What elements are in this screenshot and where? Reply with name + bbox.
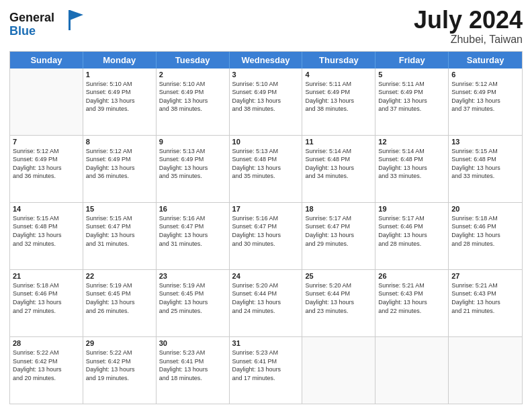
- calendar-row-4: 28Sunrise: 5:22 AMSunset: 6:42 PMDayligh…: [10, 336, 522, 404]
- day-number: 3: [232, 71, 300, 79]
- day-number: 7: [13, 138, 80, 146]
- day-info: Sunrise: 5:19 AMSunset: 6:45 PMDaylight:…: [159, 281, 226, 315]
- day-info: Sunrise: 5:23 AMSunset: 6:41 PMDaylight:…: [232, 349, 300, 382]
- calendar-body: 1Sunrise: 5:10 AMSunset: 6:49 PMDaylight…: [10, 68, 522, 404]
- day-info: Sunrise: 5:13 AMSunset: 6:49 PMDaylight:…: [159, 147, 226, 181]
- calendar: SundayMondayTuesdayWednesdayThursdayFrid…: [9, 51, 523, 404]
- day-info: Sunrise: 5:12 AMSunset: 6:49 PMDaylight:…: [86, 147, 153, 181]
- day-number: 9: [159, 138, 226, 146]
- calendar-cell: 22Sunrise: 5:19 AMSunset: 6:45 PMDayligh…: [83, 270, 157, 336]
- calendar-cell: 31Sunrise: 5:23 AMSunset: 6:41 PMDayligh…: [230, 337, 303, 404]
- calendar-cell: 8Sunrise: 5:12 AMSunset: 6:49 PMDaylight…: [83, 136, 157, 202]
- day-number: 12: [378, 138, 445, 146]
- calendar-cell: 2Sunrise: 5:10 AMSunset: 6:49 PMDaylight…: [157, 68, 230, 135]
- calendar-cell: 26Sunrise: 5:21 AMSunset: 6:43 PMDayligh…: [375, 270, 449, 336]
- calendar-cell: 21Sunrise: 5:18 AMSunset: 6:46 PMDayligh…: [10, 270, 83, 336]
- day-number: 10: [232, 138, 300, 146]
- calendar-cell: 6Sunrise: 5:12 AMSunset: 6:49 PMDaylight…: [449, 68, 522, 135]
- calendar-cell: 19Sunrise: 5:17 AMSunset: 6:46 PMDayligh…: [375, 203, 449, 269]
- logo: General Blue: [9, 7, 83, 43]
- calendar-row-1: 7Sunrise: 5:12 AMSunset: 6:49 PMDaylight…: [10, 135, 522, 202]
- calendar-cell: 25Sunrise: 5:20 AMSunset: 6:44 PMDayligh…: [302, 270, 375, 336]
- day-number: 22: [86, 272, 153, 280]
- calendar-header: SundayMondayTuesdayWednesdayThursdayFrid…: [10, 52, 522, 68]
- calendar-cell: 18Sunrise: 5:17 AMSunset: 6:47 PMDayligh…: [302, 203, 375, 269]
- header-day-monday: Monday: [83, 52, 157, 68]
- header-day-saturday: Saturday: [449, 52, 522, 68]
- day-number: 4: [305, 71, 372, 79]
- day-info: Sunrise: 5:11 AMSunset: 6:49 PMDaylight:…: [305, 80, 372, 113]
- location-title: Zhubei, Taiwan: [414, 34, 523, 46]
- day-number: 26: [378, 272, 445, 280]
- day-info: Sunrise: 5:14 AMSunset: 6:48 PMDaylight:…: [305, 147, 372, 181]
- svg-text:Blue: Blue: [9, 24, 36, 38]
- day-info: Sunrise: 5:10 AMSunset: 6:49 PMDaylight:…: [159, 80, 226, 113]
- day-info: Sunrise: 5:15 AMSunset: 6:48 PMDaylight:…: [13, 214, 80, 248]
- day-number: 27: [451, 272, 519, 280]
- day-info: Sunrise: 5:15 AMSunset: 6:47 PMDaylight:…: [86, 214, 153, 248]
- calendar-row-0: 1Sunrise: 5:10 AMSunset: 6:49 PMDaylight…: [10, 68, 522, 135]
- calendar-cell: 30Sunrise: 5:23 AMSunset: 6:41 PMDayligh…: [157, 337, 230, 404]
- calendar-cell: [302, 337, 375, 404]
- calendar-cell: 14Sunrise: 5:15 AMSunset: 6:48 PMDayligh…: [10, 203, 83, 269]
- day-info: Sunrise: 5:10 AMSunset: 6:49 PMDaylight:…: [86, 80, 153, 113]
- day-info: Sunrise: 5:20 AMSunset: 6:44 PMDaylight:…: [232, 281, 300, 315]
- calendar-cell: 4Sunrise: 5:11 AMSunset: 6:49 PMDaylight…: [302, 68, 375, 135]
- day-info: Sunrise: 5:16 AMSunset: 6:47 PMDaylight:…: [159, 214, 226, 248]
- day-number: 11: [305, 138, 372, 146]
- day-number: 16: [159, 205, 226, 213]
- day-info: Sunrise: 5:10 AMSunset: 6:49 PMDaylight:…: [232, 80, 300, 113]
- day-info: Sunrise: 5:20 AMSunset: 6:44 PMDaylight:…: [305, 281, 372, 315]
- day-number: 19: [378, 205, 445, 213]
- calendar-cell: 16Sunrise: 5:16 AMSunset: 6:47 PMDayligh…: [157, 203, 230, 269]
- day-info: Sunrise: 5:23 AMSunset: 6:41 PMDaylight:…: [159, 349, 226, 382]
- calendar-cell: 29Sunrise: 5:22 AMSunset: 6:42 PMDayligh…: [83, 337, 157, 404]
- day-number: 25: [305, 272, 372, 280]
- logo-area: General Blue: [9, 7, 83, 43]
- day-info: Sunrise: 5:19 AMSunset: 6:45 PMDaylight:…: [86, 281, 153, 315]
- day-info: Sunrise: 5:12 AMSunset: 6:49 PMDaylight:…: [13, 147, 80, 181]
- calendar-row-2: 14Sunrise: 5:15 AMSunset: 6:48 PMDayligh…: [10, 202, 522, 269]
- calendar-cell: [449, 337, 522, 404]
- day-info: Sunrise: 5:11 AMSunset: 6:49 PMDaylight:…: [378, 80, 445, 113]
- header-day-friday: Friday: [375, 52, 449, 68]
- day-number: 31: [232, 339, 300, 347]
- day-info: Sunrise: 5:18 AMSunset: 6:46 PMDaylight:…: [13, 281, 80, 315]
- day-number: 29: [86, 339, 153, 347]
- day-number: 8: [86, 138, 153, 146]
- calendar-cell: 3Sunrise: 5:10 AMSunset: 6:49 PMDaylight…: [230, 68, 303, 135]
- day-number: 14: [13, 205, 80, 213]
- header-day-tuesday: Tuesday: [157, 52, 230, 68]
- calendar-cell: 10Sunrise: 5:13 AMSunset: 6:48 PMDayligh…: [230, 136, 303, 202]
- calendar-cell: 12Sunrise: 5:14 AMSunset: 6:48 PMDayligh…: [375, 136, 449, 202]
- calendar-cell: 20Sunrise: 5:18 AMSunset: 6:46 PMDayligh…: [449, 203, 522, 269]
- calendar-cell: 11Sunrise: 5:14 AMSunset: 6:48 PMDayligh…: [302, 136, 375, 202]
- calendar-cell: 13Sunrise: 5:15 AMSunset: 6:48 PMDayligh…: [449, 136, 522, 202]
- calendar-row-3: 21Sunrise: 5:18 AMSunset: 6:46 PMDayligh…: [10, 269, 522, 336]
- day-info: Sunrise: 5:16 AMSunset: 6:47 PMDaylight:…: [232, 214, 300, 248]
- calendar-cell: 28Sunrise: 5:22 AMSunset: 6:42 PMDayligh…: [10, 337, 83, 404]
- title-area: July 2024 Zhubei, Taiwan: [414, 7, 523, 46]
- day-info: Sunrise: 5:17 AMSunset: 6:47 PMDaylight:…: [305, 214, 372, 248]
- calendar-cell: [375, 337, 449, 404]
- day-info: Sunrise: 5:21 AMSunset: 6:43 PMDaylight:…: [378, 281, 445, 315]
- day-number: 18: [305, 205, 372, 213]
- calendar-cell: 23Sunrise: 5:19 AMSunset: 6:45 PMDayligh…: [157, 270, 230, 336]
- calendar-cell: 7Sunrise: 5:12 AMSunset: 6:49 PMDaylight…: [10, 136, 83, 202]
- month-title: July 2024: [414, 7, 523, 34]
- calendar-cell: 5Sunrise: 5:11 AMSunset: 6:49 PMDaylight…: [375, 68, 449, 135]
- day-info: Sunrise: 5:17 AMSunset: 6:46 PMDaylight:…: [378, 214, 445, 248]
- calendar-cell: 17Sunrise: 5:16 AMSunset: 6:47 PMDayligh…: [230, 203, 303, 269]
- svg-marker-1: [70, 10, 83, 20]
- day-info: Sunrise: 5:12 AMSunset: 6:49 PMDaylight:…: [451, 80, 519, 113]
- day-number: 6: [451, 71, 519, 79]
- day-info: Sunrise: 5:22 AMSunset: 6:42 PMDaylight:…: [13, 349, 80, 382]
- day-number: 30: [159, 339, 226, 347]
- calendar-cell: 24Sunrise: 5:20 AMSunset: 6:44 PMDayligh…: [230, 270, 303, 336]
- day-info: Sunrise: 5:22 AMSunset: 6:42 PMDaylight:…: [86, 349, 153, 382]
- day-number: 17: [232, 205, 300, 213]
- header-day-sunday: Sunday: [10, 52, 83, 68]
- day-number: 21: [13, 272, 80, 280]
- header: General Blue July 2024 Zhubei, Taiwan: [9, 7, 523, 46]
- page: General Blue July 2024 Zhubei, Taiwan Su…: [0, 0, 532, 411]
